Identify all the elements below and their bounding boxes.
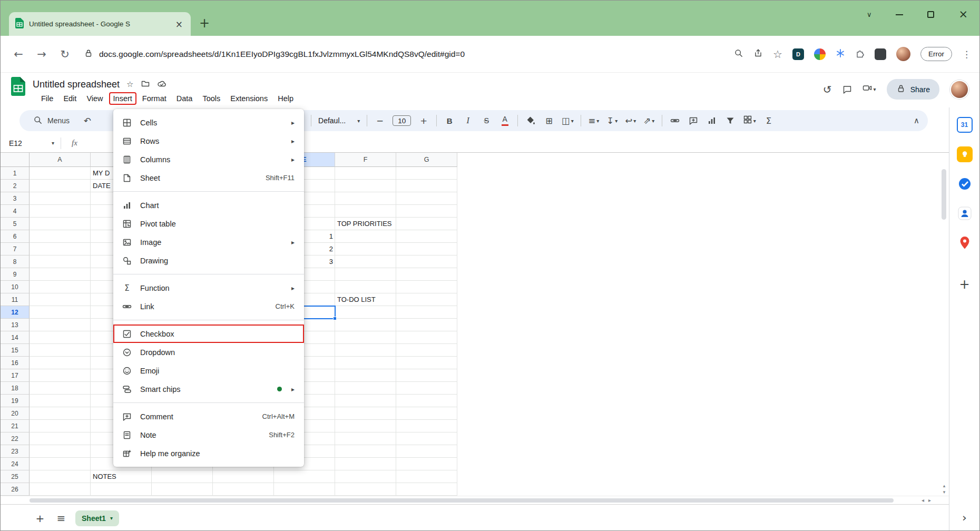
extension-snowflake-icon[interactable] [836,48,845,60]
cell-B1[interactable]: MY D [91,167,112,180]
row-header-25[interactable]: 25 [1,470,30,483]
menu-edit[interactable]: Edit [59,92,81,105]
create-filter-button[interactable] [724,114,736,127]
tab-close-icon[interactable]: × [173,19,185,30]
borders-button[interactable]: ⊞ [543,114,555,127]
menus-button[interactable]: Menus [28,113,75,129]
row-header-10[interactable]: 10 [1,281,30,293]
insert-menu-item-pivot-table[interactable]: Pivot table [113,214,304,233]
browser-menu-icon[interactable]: ⋮ [962,49,971,60]
insert-comment-button[interactable] [688,114,699,127]
back-icon[interactable]: ← [9,45,28,64]
strikethrough-button[interactable]: S [481,114,492,127]
sheet-tab-active[interactable]: Sheet1 ▾ [75,510,119,526]
fill-color-button[interactable] [525,114,536,127]
merge-cells-button[interactable]: ◫▾ [562,114,574,127]
close-icon[interactable]: × [958,9,968,20]
fill-handle[interactable] [333,317,337,320]
maps-icon[interactable] [957,235,973,251]
cell-B25[interactable]: NOTES [91,470,119,483]
zoom-icon[interactable] [734,48,743,60]
insert-menu-item-link[interactable]: LinkCtrl+K [113,297,304,316]
row-header-8[interactable]: 8 [1,255,30,268]
insert-menu-item-rows[interactable]: Rows▸ [113,132,304,150]
keep-icon[interactable] [957,146,973,162]
font-size-input[interactable]: 10 [393,115,411,126]
extensions-puzzle-icon[interactable] [855,48,865,60]
error-button[interactable]: Error [920,47,952,61]
contacts-icon[interactable] [957,205,973,221]
scroll-up-icon[interactable]: ▴ [943,483,946,488]
column-header-G[interactable]: G [396,153,457,167]
row-header-23[interactable]: 23 [1,445,30,458]
meet-icon[interactable]: ▾ [863,83,876,95]
increase-font-button[interactable]: + [418,114,429,127]
maximize-icon[interactable] [927,11,934,18]
vertical-scrollbar[interactable]: ▴▾ [941,167,947,496]
share-button[interactable]: Share [887,79,939,100]
cell-F11[interactable]: TO-DO LIST [335,293,378,306]
scroll-left-icon[interactable]: ◂ [922,497,924,503]
insert-menu-item-function[interactable]: ΣFunction▸ [113,279,304,297]
row-header-11[interactable]: 11 [1,293,30,306]
move-folder-icon[interactable] [141,79,150,90]
new-tab-button[interactable]: + [199,17,210,30]
comment-history-icon[interactable] [842,85,852,94]
bookmark-star-icon[interactable]: ☆ [773,48,782,61]
row-header-6[interactable]: 6 [1,230,30,243]
insert-menu-item-dropdown[interactable]: Dropdown [113,343,304,361]
column-header-F[interactable]: F [335,153,396,167]
italic-button[interactable]: I [462,114,474,127]
version-history-icon[interactable]: ↺ [823,83,832,96]
row-header-19[interactable]: 19 [1,395,30,407]
row-header-15[interactable]: 15 [1,344,30,357]
reload-icon[interactable]: ↻ [55,45,74,64]
decrease-font-button[interactable]: − [374,114,386,127]
filter-views-button[interactable]: ▾ [743,114,756,127]
browser-avatar[interactable] [896,47,910,61]
vertical-scroll-thumb[interactable] [942,169,946,220]
insert-menu-item-comment[interactable]: CommentCtrl+Alt+M [113,407,304,426]
hide-menus-chevron-icon[interactable]: ∧ [914,116,919,125]
all-sheets-button[interactable]: ≡ [54,512,68,525]
functions-button[interactable]: Σ [763,114,775,127]
row-header-22[interactable]: 22 [1,432,30,445]
insert-menu-item-sheet[interactable]: SheetShift+F11 [113,169,304,187]
account-avatar[interactable] [950,80,969,99]
font-select[interactable]: Defaul... ▾ [318,116,360,125]
minimize-icon[interactable] [896,14,903,15]
bold-button[interactable]: B [444,114,455,127]
menu-file[interactable]: File [37,92,57,105]
row-header-4[interactable]: 4 [1,205,30,218]
menu-format[interactable]: Format [138,92,171,105]
column-header-A[interactable]: A [30,153,91,167]
row-header-26[interactable]: 26 [1,483,30,496]
document-title[interactable]: Untitled spreadsheet [33,79,120,90]
text-color-button[interactable]: A [499,114,511,127]
cloud-status-icon[interactable] [157,79,166,90]
menu-data[interactable]: Data [172,92,197,105]
insert-chart-button[interactable] [706,114,718,127]
horizontal-scroll-thumb[interactable] [30,498,894,503]
menu-help[interactable]: Help [273,92,298,105]
row-header-12[interactable]: 12 [1,306,30,319]
row-header-16[interactable]: 16 [1,357,30,369]
scroll-right-icon[interactable]: ▸ [928,497,931,503]
browser-tab[interactable]: Untitled spreadsheet - Google S × [9,12,191,36]
cell-F5[interactable]: TOP PRIORITIES [335,218,394,230]
insert-menu-item-drawing[interactable]: Drawing [113,251,304,270]
share-page-icon[interactable] [753,48,763,60]
hide-side-panel-icon[interactable]: › [962,511,967,524]
row-header-18[interactable]: 18 [1,382,30,395]
cell-B2[interactable]: DATE [91,180,113,192]
name-box[interactable]: E12 ▾ [9,139,54,148]
row-header-2[interactable]: 2 [1,180,30,192]
insert-menu-item-emoji[interactable]: Emoji [113,361,304,380]
row-header-9[interactable]: 9 [1,268,30,281]
calendar-icon[interactable]: 31 [957,117,973,133]
insert-link-button[interactable] [669,114,681,127]
row-header-17[interactable]: 17 [1,369,30,382]
insert-menu-item-cells[interactable]: Cells▸ [113,113,304,132]
row-header-3[interactable]: 3 [1,192,30,205]
insert-menu-item-image[interactable]: Image▸ [113,233,304,251]
